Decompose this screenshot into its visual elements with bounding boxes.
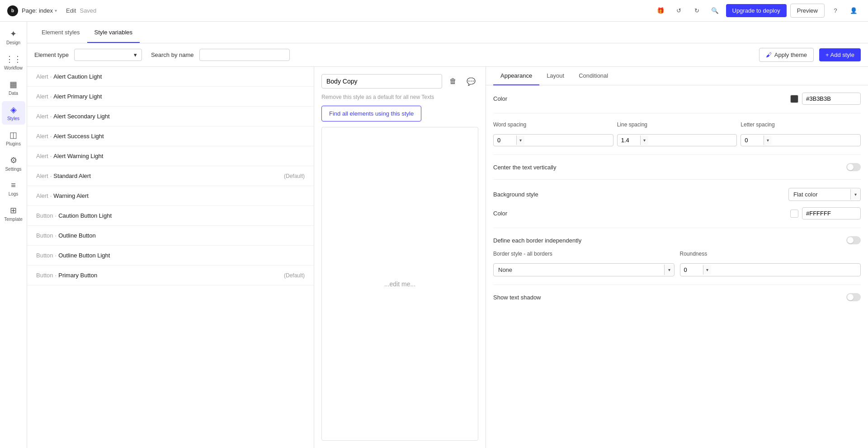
border-style-select[interactable]: None ▾ bbox=[493, 263, 675, 276]
search-input[interactable] bbox=[199, 49, 290, 61]
panels: Alert · Alert Caution Light Alert · Aler… bbox=[27, 67, 868, 448]
list-item[interactable]: Alert · Alert Secondary Light bbox=[27, 107, 314, 126]
list-item[interactable]: Alert · Alert Success Light bbox=[27, 126, 314, 146]
topbar: b Page: index ▾ Edit Saved 🎁 ↺ ↻ 🔍 Upgra… bbox=[0, 0, 868, 22]
border-roundness-selects: None ▾ 0 ▾ bbox=[493, 263, 861, 276]
topbar-actions: 🎁 ↺ ↻ 🔍 Upgrade to deploy Preview ? 👤 bbox=[654, 4, 861, 18]
sidebar-item-workflow[interactable]: ⋮⋮ Workflow bbox=[2, 51, 25, 74]
sidebar-item-template[interactable]: ⊞ Template bbox=[2, 202, 25, 225]
style-item-name: Outline Button Light bbox=[58, 252, 110, 259]
paint-brush-icon: 🖌 bbox=[766, 51, 772, 58]
plugins-icon: ◫ bbox=[9, 130, 17, 140]
preview-button[interactable]: Preview bbox=[790, 4, 825, 18]
list-item[interactable]: Button · Outline Button bbox=[27, 226, 314, 246]
comment-button[interactable]: 💬 bbox=[464, 74, 478, 89]
help-icon[interactable]: ? bbox=[828, 4, 843, 18]
add-style-button[interactable]: + Add style bbox=[819, 48, 861, 61]
page-name: index bbox=[39, 7, 53, 14]
sidebar-item-styles[interactable]: ◈ Styles bbox=[2, 101, 25, 125]
default-badge: (Default) bbox=[284, 173, 305, 179]
line-spacing-select[interactable]: 1.4 ▾ bbox=[617, 134, 737, 146]
word-spacing-value: 0 bbox=[494, 135, 516, 146]
bg-style-select[interactable]: Flat color ▾ bbox=[788, 188, 861, 201]
page-label: Page: bbox=[22, 7, 37, 14]
center-vertical-toggle[interactable] bbox=[846, 163, 861, 171]
edit-label: Edit bbox=[66, 7, 76, 14]
dash: · bbox=[50, 93, 52, 100]
style-item-name: Primary Button bbox=[58, 272, 97, 279]
dash: · bbox=[50, 73, 52, 80]
style-item-type: Button bbox=[36, 232, 53, 239]
text-shadow-toggle[interactable] bbox=[846, 293, 861, 301]
list-item[interactable]: Alert · Standard Alert (Default) bbox=[27, 166, 314, 186]
list-item[interactable]: Alert · Alert Primary Light bbox=[27, 87, 314, 107]
tab-appearance[interactable]: Appearance bbox=[493, 67, 539, 85]
roundness-value: 0 bbox=[680, 264, 703, 275]
undo-icon[interactable]: ↺ bbox=[672, 4, 686, 18]
sidebar-label-plugins: Plugins bbox=[6, 141, 21, 146]
user-avatar[interactable]: 👤 bbox=[846, 4, 861, 18]
line-spacing-value: 1.4 bbox=[618, 135, 640, 146]
find-elements-button[interactable]: Find all elements using this style bbox=[321, 106, 421, 121]
list-item[interactable]: Button · Primary Button (Default) bbox=[27, 266, 314, 285]
list-item[interactable]: Alert · Alert Caution Light bbox=[27, 67, 314, 87]
remove-default-text: Remove this style as a default for all n… bbox=[321, 94, 478, 100]
style-list-panel: Alert · Alert Caution Light Alert · Aler… bbox=[27, 67, 314, 448]
border-style-arrow[interactable]: ▾ bbox=[664, 265, 674, 275]
list-item[interactable]: Alert · Warning Alert bbox=[27, 186, 314, 206]
tab-element-styles[interactable]: Element styles bbox=[34, 23, 87, 43]
sidebar-item-logs[interactable]: ≡ Logs bbox=[2, 177, 25, 200]
style-name-input[interactable] bbox=[321, 74, 442, 89]
letter-spacing-select[interactable]: 0 ▾ bbox=[741, 134, 861, 146]
element-type-select[interactable]: ▾ bbox=[74, 49, 142, 61]
roundness-select[interactable]: 0 ▾ bbox=[680, 263, 861, 276]
word-spacing-arrow[interactable]: ▾ bbox=[516, 135, 524, 145]
list-item[interactable]: Button · Outline Button Light bbox=[27, 246, 314, 266]
data-icon: ▦ bbox=[9, 79, 17, 89]
bg-style-label: Background style bbox=[493, 191, 538, 198]
sidebar-item-data[interactable]: ▦ Data bbox=[2, 76, 25, 99]
text-color-input[interactable] bbox=[802, 93, 861, 105]
bg-style-row: Background style Flat color ▾ bbox=[493, 188, 861, 201]
bg-color-swatch[interactable] bbox=[790, 210, 798, 218]
tab-style-variables[interactable]: Style variables bbox=[87, 23, 140, 43]
tab-layout[interactable]: Layout bbox=[539, 67, 571, 85]
add-style-label: + Add style bbox=[826, 51, 854, 58]
page-chevron-icon[interactable]: ▾ bbox=[55, 8, 57, 13]
style-item-name: Alert Secondary Light bbox=[53, 113, 109, 120]
delete-style-button[interactable]: 🗑 bbox=[446, 74, 460, 89]
content-area: Element styles Style variables Element t… bbox=[27, 22, 868, 448]
style-item-name: Outline Button bbox=[58, 232, 95, 239]
sidebar-item-plugins[interactable]: ◫ Plugins bbox=[2, 126, 25, 150]
tab-conditional[interactable]: Conditional bbox=[571, 67, 615, 85]
word-spacing-select[interactable]: 0 ▾ bbox=[493, 134, 613, 146]
bg-style-arrow[interactable]: ▾ bbox=[850, 189, 860, 200]
gift-icon[interactable]: 🎁 bbox=[654, 4, 668, 18]
search-icon[interactable]: 🔍 bbox=[708, 4, 722, 18]
list-item[interactable]: Button · Caution Button Light bbox=[27, 206, 314, 226]
sidebar-label-design: Design bbox=[6, 40, 20, 45]
style-item-type: Button bbox=[36, 252, 53, 259]
color-value-row bbox=[790, 93, 861, 105]
list-item[interactable]: Alert · Alert Warning Light bbox=[27, 146, 314, 166]
bg-color-input[interactable] bbox=[802, 207, 861, 219]
styles-icon: ◈ bbox=[10, 105, 17, 115]
roundness-arrow[interactable]: ▾ bbox=[703, 265, 711, 275]
upgrade-to-deploy-button[interactable]: Upgrade to deploy bbox=[726, 4, 787, 17]
style-preview-area[interactable]: ...edit me... bbox=[321, 127, 478, 441]
define-border-toggle[interactable] bbox=[846, 236, 861, 244]
bg-color-row: Color bbox=[493, 207, 861, 219]
dash: · bbox=[55, 272, 57, 279]
sidebar-item-settings[interactable]: ⚙ Settings bbox=[2, 152, 25, 175]
border-roundness-labels: Border style - all borders Roundness bbox=[493, 251, 861, 257]
text-color-swatch[interactable] bbox=[790, 95, 798, 103]
style-item-name: Alert Success Light bbox=[53, 133, 104, 140]
bg-color-value-row bbox=[790, 207, 861, 219]
style-item-type: Button bbox=[36, 272, 53, 279]
bg-style-value: Flat color bbox=[789, 188, 850, 201]
redo-icon[interactable]: ↻ bbox=[690, 4, 704, 18]
line-spacing-arrow[interactable]: ▾ bbox=[640, 135, 648, 145]
sidebar-item-design[interactable]: ✦ Design bbox=[2, 25, 25, 49]
letter-spacing-arrow[interactable]: ▾ bbox=[764, 135, 772, 145]
apply-theme-button[interactable]: 🖌 Apply theme bbox=[759, 48, 814, 62]
